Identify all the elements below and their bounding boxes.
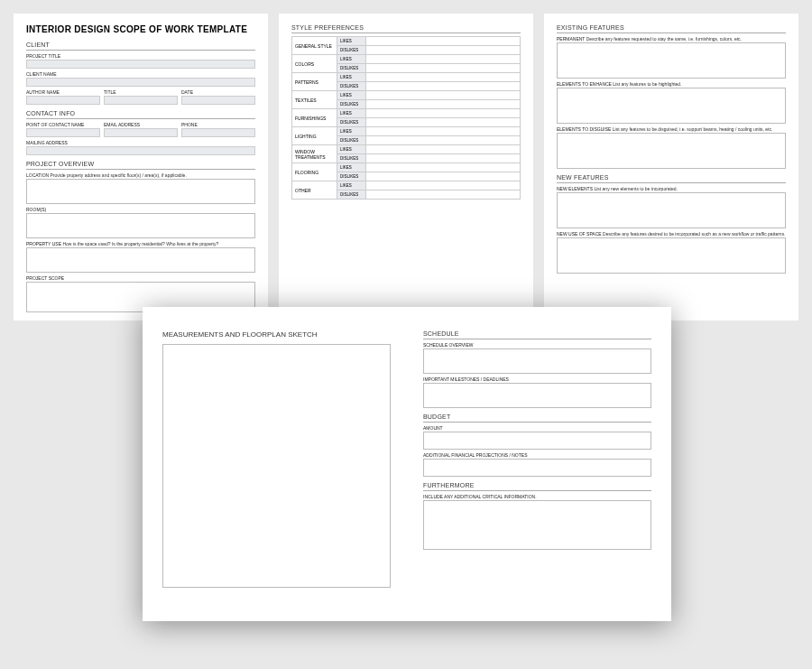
likes-input[interactable] (366, 91, 521, 100)
likes-input[interactable] (366, 163, 521, 172)
dislikes-input[interactable] (366, 172, 521, 181)
page-4-5: MEASUREMENTS AND FLOORPLAN SKETCH SCHEDU… (143, 307, 671, 621)
dislikes-input[interactable] (366, 46, 521, 55)
dislikes-input[interactable] (366, 190, 521, 200)
author-label: AUTHOR NAME (26, 89, 100, 95)
new-elements-input[interactable] (557, 192, 786, 228)
disguise-label: ELEMENTS TO DISGUISE List any features t… (557, 126, 786, 132)
pref-category: TEXTILES (292, 91, 337, 109)
existing-header: EXISTING FEATURES (557, 24, 786, 33)
page-4: MEASUREMENTS AND FLOORPLAN SKETCH (143, 307, 407, 621)
date-label: DATE (181, 89, 255, 95)
budget-notes-input[interactable] (423, 459, 651, 477)
pref-category: GENERAL STYLE (292, 37, 337, 55)
dislikes-input[interactable] (366, 82, 521, 91)
doc-title: INTERIOR DESIGN SCOPE OF WORK TEMPLATE (26, 24, 255, 34)
dislikes-input[interactable] (366, 136, 521, 145)
pref-category: COLORS (292, 55, 337, 73)
scope-label: PROJECT SCOPE (26, 275, 255, 281)
likes-input[interactable] (366, 55, 521, 64)
dislikes-input[interactable] (366, 64, 521, 73)
likes-label: LIKES (337, 73, 366, 82)
further-input[interactable] (423, 500, 651, 550)
pref-category: FLOORING (292, 163, 337, 181)
pref-category: LIGHTING (292, 127, 337, 145)
likes-label: LIKES (337, 145, 366, 154)
schedule-header: SCHEDULE (423, 330, 651, 339)
likes-label: LIKES (337, 127, 366, 136)
date-input[interactable] (181, 96, 255, 105)
author-input[interactable] (26, 96, 100, 105)
client-header: CLIENT (26, 42, 255, 51)
likes-input[interactable] (366, 73, 521, 82)
new-use-input[interactable] (557, 237, 786, 274)
property-use-label: PROPERTY USE How is the space used? Is t… (26, 241, 255, 246)
likes-label: LIKES (337, 181, 366, 190)
enhance-input[interactable] (557, 88, 786, 124)
enhance-label: ELEMENTS TO ENHANCE List any features to… (557, 81, 786, 87)
email-label: EMAIL ADDRESS (104, 122, 178, 127)
phone-input[interactable] (181, 128, 255, 137)
amount-label: AMOUNT (423, 425, 651, 431)
pref-category: PATTERNS (292, 73, 337, 91)
dislikes-input[interactable] (366, 154, 521, 163)
likes-input[interactable] (366, 127, 521, 136)
rooms-input[interactable] (26, 213, 255, 238)
likes-label: LIKES (337, 109, 366, 118)
likes-input[interactable] (366, 181, 521, 190)
phone-label: PHONE (181, 122, 255, 127)
likes-label: LIKES (337, 55, 366, 64)
amount-input[interactable] (423, 432, 651, 450)
pref-category: OTHER (292, 181, 337, 200)
title-label: TITLE (104, 89, 178, 95)
mailing-input[interactable] (26, 146, 255, 155)
contact-header: CONTACT INFO (26, 110, 255, 119)
dislikes-label: DISLIKES (337, 82, 366, 91)
milestones-label: IMPORTANT MILESTONES / DEADLINES (423, 376, 651, 382)
milestones-input[interactable] (423, 383, 651, 408)
page-5: SCHEDULE SCHEDULE OVERVIEW IMPORTANT MIL… (407, 307, 671, 621)
rooms-label: ROOM(S) (26, 207, 255, 212)
dislikes-label: DISLIKES (337, 136, 366, 145)
client-name-input[interactable] (26, 78, 255, 87)
dislikes-label: DISLIKES (337, 154, 366, 163)
dislikes-input[interactable] (366, 118, 521, 127)
further-header: FURTHERMORE (423, 482, 651, 491)
sketch-area[interactable] (162, 344, 391, 588)
pref-category: FURNISHINGS (292, 109, 337, 127)
style-header: STYLE PREFERENCES (291, 24, 521, 33)
dislikes-label: DISLIKES (337, 172, 366, 181)
client-name-label: CLIENT NAME (26, 71, 255, 77)
project-title-label: PROJECT TITLE (26, 53, 255, 59)
location-input[interactable] (26, 179, 255, 204)
newfeat-header: NEW FEATURES (557, 174, 786, 183)
permanent-label: PERMANENT Describe any features requeste… (557, 36, 786, 42)
page-2: STYLE PREFERENCES GENERAL STYLELIKESDISL… (279, 14, 533, 321)
location-label: LOCATION Provide property address and sp… (26, 172, 255, 178)
email-input[interactable] (104, 128, 178, 137)
schedule-overview-label: SCHEDULE OVERVIEW (423, 342, 651, 348)
project-title-input[interactable] (26, 60, 255, 69)
property-use-input[interactable] (26, 247, 255, 273)
likes-input[interactable] (366, 109, 521, 118)
dislikes-input[interactable] (366, 100, 521, 109)
permanent-input[interactable] (557, 42, 786, 79)
style-pref-table: GENERAL STYLELIKESDISLIKESCOLORSLIKESDIS… (291, 36, 521, 200)
poc-label: POINT OF CONTACT NAME (26, 122, 100, 127)
likes-label: LIKES (337, 163, 366, 172)
disguise-input[interactable] (557, 133, 786, 169)
page-3: EXISTING FEATURES PERMANENT Describe any… (544, 14, 798, 321)
title-input[interactable] (104, 96, 178, 105)
schedule-overview-input[interactable] (423, 348, 651, 374)
likes-input[interactable] (366, 145, 521, 154)
likes-input[interactable] (366, 37, 521, 46)
further-hint: Include any additional critical informat… (423, 494, 651, 499)
new-use-label: NEW USE OF SPACE Describe any features d… (557, 231, 786, 237)
budget-notes-label: ADDITIONAL FINANCIAL PROJECTIONS / NOTES (423, 452, 651, 458)
dislikes-label: DISLIKES (337, 64, 366, 73)
dislikes-label: DISLIKES (337, 46, 366, 55)
pref-category: WINDOW TREATMENTS (292, 145, 337, 163)
poc-input[interactable] (26, 128, 100, 137)
likes-label: LIKES (337, 91, 366, 100)
budget-header: BUDGET (423, 413, 651, 423)
